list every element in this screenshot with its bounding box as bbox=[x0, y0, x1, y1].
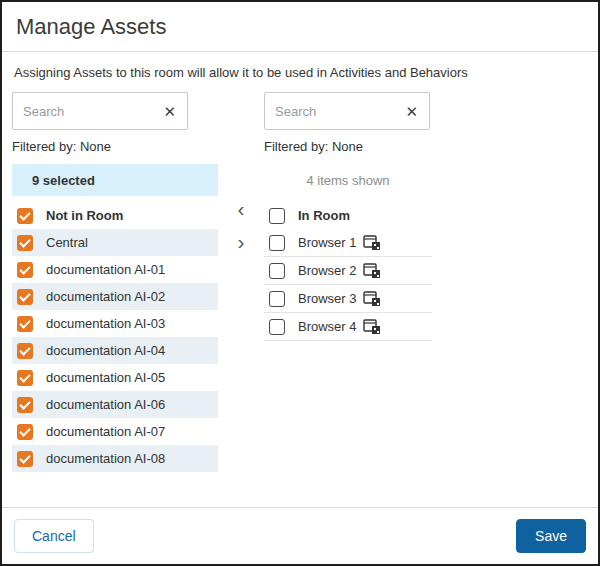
item-label: documentation AI-07 bbox=[46, 424, 165, 439]
not-in-room-list: Central documentation AI-01 documentatio… bbox=[12, 229, 218, 472]
items-shown-label: 4 items shown bbox=[264, 164, 432, 196]
item-label: documentation AI-08 bbox=[46, 451, 165, 466]
clear-search-icon[interactable]: ✕ bbox=[163, 104, 176, 119]
item-label: Browser 3 bbox=[298, 291, 357, 306]
dialog-header: Manage Assets bbox=[2, 2, 598, 52]
item-label: Browser 4 bbox=[298, 319, 357, 334]
item-label: Browser 2 bbox=[298, 263, 357, 278]
checkbox-checked-icon[interactable] bbox=[17, 343, 33, 359]
right-filtered-by: Filtered by: None bbox=[264, 139, 432, 154]
chevron-left-icon[interactable]: ‹ bbox=[238, 198, 245, 219]
checkbox-unchecked-icon[interactable] bbox=[269, 263, 285, 279]
page-title: Manage Assets bbox=[16, 14, 584, 40]
checkbox-checked-icon[interactable] bbox=[17, 397, 33, 413]
list-item[interactable]: documentation AI-01 bbox=[12, 256, 218, 283]
dialog-footer: Cancel Save bbox=[2, 507, 598, 564]
list-item[interactable]: documentation AI-05 bbox=[12, 364, 218, 391]
checkbox-checked-icon[interactable] bbox=[17, 235, 33, 251]
not-in-room-header-row[interactable]: Not in Room bbox=[12, 202, 218, 229]
item-label: documentation AI-02 bbox=[46, 289, 165, 304]
in-room-panel: ✕ Filtered by: None 4 items shown In Roo… bbox=[264, 92, 432, 507]
in-room-header-row[interactable]: In Room bbox=[264, 202, 432, 229]
save-button[interactable]: Save bbox=[516, 519, 586, 553]
list-item[interactable]: Browser 2 bbox=[264, 257, 432, 285]
list-item[interactable]: Central bbox=[12, 229, 218, 256]
right-search-box: ✕ bbox=[264, 92, 430, 130]
list-item[interactable]: Browser 4 bbox=[264, 313, 432, 341]
checkbox-checked-icon[interactable] bbox=[17, 262, 33, 278]
item-label: documentation AI-03 bbox=[46, 316, 165, 331]
browser-window-icon bbox=[363, 263, 381, 279]
checkbox-unchecked-icon[interactable] bbox=[269, 208, 285, 224]
list-item[interactable]: documentation AI-04 bbox=[12, 337, 218, 364]
left-search-box: ✕ bbox=[12, 92, 188, 130]
item-label: Central bbox=[46, 235, 88, 250]
list-header-label: Not in Room bbox=[46, 208, 123, 223]
manage-assets-dialog: Manage Assets Assigning Assets to this r… bbox=[0, 0, 600, 566]
right-search-input[interactable] bbox=[265, 93, 397, 129]
left-search-input[interactable] bbox=[13, 93, 155, 129]
cancel-button[interactable]: Cancel bbox=[14, 519, 94, 553]
list-item[interactable]: documentation AI-06 bbox=[12, 391, 218, 418]
not-in-room-panel: ✕ Filtered by: None 9 selected Not in Ro… bbox=[12, 92, 218, 507]
checkbox-unchecked-icon[interactable] bbox=[269, 235, 285, 251]
list-item[interactable]: documentation AI-03 bbox=[12, 310, 218, 337]
browser-window-icon bbox=[363, 319, 381, 335]
list-item[interactable]: documentation AI-02 bbox=[12, 283, 218, 310]
checkbox-checked-icon[interactable] bbox=[17, 370, 33, 386]
item-label: documentation AI-01 bbox=[46, 262, 165, 277]
dialog-description: Assigning Assets to this room will allow… bbox=[2, 52, 598, 86]
dual-list-content: ✕ Filtered by: None 9 selected Not in Ro… bbox=[2, 86, 598, 507]
clear-search-icon[interactable]: ✕ bbox=[405, 104, 418, 119]
list-item[interactable]: Browser 3 bbox=[264, 285, 432, 313]
browser-window-icon bbox=[363, 291, 381, 307]
item-label: documentation AI-05 bbox=[46, 370, 165, 385]
checkbox-checked-icon[interactable] bbox=[17, 451, 33, 467]
checkbox-checked-icon[interactable] bbox=[17, 289, 33, 305]
transfer-controls: ‹ › bbox=[218, 92, 264, 507]
checkbox-checked-icon[interactable] bbox=[17, 424, 33, 440]
checkbox-checked-icon[interactable] bbox=[17, 208, 33, 224]
checkbox-checked-icon[interactable] bbox=[17, 316, 33, 332]
list-item[interactable]: Browser 1 bbox=[264, 229, 432, 257]
left-filtered-by: Filtered by: None bbox=[12, 139, 218, 154]
checkbox-unchecked-icon[interactable] bbox=[269, 291, 285, 307]
item-label: documentation AI-06 bbox=[46, 397, 165, 412]
list-header-label: In Room bbox=[298, 208, 350, 223]
checkbox-unchecked-icon[interactable] bbox=[269, 319, 285, 335]
selected-count-banner: 9 selected bbox=[12, 164, 218, 196]
list-item[interactable]: documentation AI-08 bbox=[12, 445, 218, 472]
in-room-list: Browser 1 Browser 2 bbox=[264, 229, 432, 341]
item-label: documentation AI-04 bbox=[46, 343, 165, 358]
browser-window-icon bbox=[363, 235, 381, 251]
list-item[interactable]: documentation AI-07 bbox=[12, 418, 218, 445]
chevron-right-icon[interactable]: › bbox=[238, 231, 245, 252]
item-label: Browser 1 bbox=[298, 235, 357, 250]
